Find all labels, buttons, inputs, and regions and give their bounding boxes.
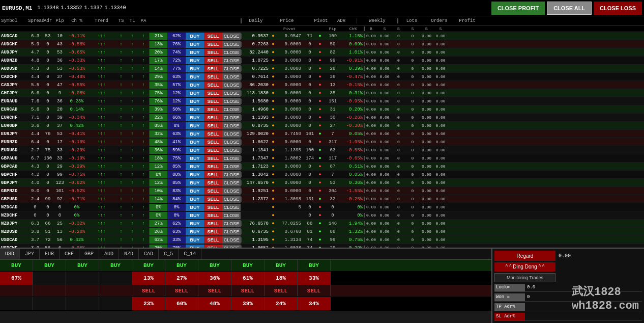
currency-tab-aud[interactable]: AUD: [99, 249, 119, 259]
sell-button[interactable]: SELL: [204, 179, 222, 186]
currency-tab-nzd[interactable]: NZD: [119, 249, 139, 259]
buy-button[interactable]: BUY: [186, 187, 204, 195]
buy-button[interactable]: BUY: [186, 212, 204, 219]
currency-tab-eur[interactable]: EUR: [40, 249, 60, 259]
buy-cell-0[interactable]: BUY: [0, 260, 33, 271]
buy-button[interactable]: BUY: [186, 82, 204, 89]
close-row-button[interactable]: CLOSE: [222, 106, 241, 113]
sell-button[interactable]: SELL: [204, 220, 222, 227]
currency-tab-cad[interactable]: CAD: [139, 249, 159, 259]
close-row-button[interactable]: CLOSE: [222, 163, 241, 170]
close-row-button[interactable]: CLOSE: [222, 139, 241, 146]
currency-tab-c_14[interactable]: C_14: [179, 249, 201, 259]
close-row-button[interactable]: CLOSE: [222, 179, 241, 186]
buy-button[interactable]: BUY: [186, 106, 204, 113]
currency-tab-gbp[interactable]: GBP: [79, 249, 99, 259]
buy-button[interactable]: BUY: [186, 90, 204, 97]
sell-button[interactable]: SELL: [204, 106, 222, 113]
sell-button[interactable]: SELL: [204, 204, 222, 211]
sell-button[interactable]: SELL: [204, 212, 222, 219]
buy-button[interactable]: BUY: [186, 228, 204, 235]
close-row-button[interactable]: CLOSE: [222, 57, 241, 64]
buy-button[interactable]: BUY: [186, 220, 204, 227]
sell-button[interactable]: SELL: [204, 147, 222, 154]
buy-cell-4[interactable]: BUY: [132, 260, 165, 271]
buy-button[interactable]: BUY: [186, 49, 204, 56]
currency-tab-usd[interactable]: USD: [0, 249, 20, 259]
buy-cell-9[interactable]: BUY: [298, 260, 331, 271]
buy-button[interactable]: BUY: [186, 147, 204, 154]
sell-button[interactable]: SELL: [204, 49, 222, 56]
close-row-button[interactable]: CLOSE: [222, 220, 241, 227]
close-row-button[interactable]: CLOSE: [222, 155, 241, 162]
buy-button[interactable]: BUY: [186, 236, 204, 244]
sell-button[interactable]: SELL: [204, 57, 222, 64]
close-row-button[interactable]: CLOSE: [222, 114, 241, 121]
sell-button[interactable]: SELL: [204, 73, 222, 80]
close-row-button[interactable]: CLOSE: [222, 228, 241, 235]
sell-cell-5[interactable]: SELL: [165, 285, 198, 296]
close-row-button[interactable]: CLOSE: [222, 90, 241, 97]
currency-tab-jpy[interactable]: JPY: [20, 249, 40, 259]
buy-button[interactable]: BUY: [186, 196, 204, 203]
close-row-button[interactable]: CLOSE: [222, 122, 241, 129]
buy-button[interactable]: BUY: [186, 204, 204, 211]
buy-button[interactable]: BUY: [186, 139, 204, 146]
close-row-button[interactable]: CLOSE: [222, 49, 241, 56]
close-row-button[interactable]: CLOSE: [222, 82, 241, 89]
ding-button[interactable]: ^ ^ Ding Dong ^ ^: [494, 262, 555, 272]
sell-button[interactable]: SELL: [204, 163, 222, 170]
buy-button[interactable]: BUY: [186, 130, 204, 138]
sell-cell-9[interactable]: SELL: [298, 285, 331, 296]
sell-button[interactable]: SELL: [204, 90, 222, 97]
buy-button[interactable]: BUY: [186, 114, 204, 121]
sell-button[interactable]: SELL: [204, 196, 222, 203]
sell-button[interactable]: SELL: [204, 82, 222, 89]
monitoring-button[interactable]: Monitoring Trades: [494, 273, 555, 282]
sell-cell-8[interactable]: SELL: [265, 285, 298, 296]
buy-cell-3[interactable]: BUY: [99, 260, 132, 271]
sell-button[interactable]: SELL: [204, 33, 222, 40]
close-row-button[interactable]: CLOSE: [222, 212, 241, 219]
sell-cell-7[interactable]: SELL: [231, 285, 265, 296]
currency-tab-c_5[interactable]: C_5: [159, 249, 179, 259]
sell-button[interactable]: SELL: [204, 41, 222, 48]
sell-button[interactable]: SELL: [204, 114, 222, 121]
buy-button[interactable]: BUY: [186, 179, 204, 186]
sell-cell-4[interactable]: SELL: [132, 285, 165, 296]
sell-button[interactable]: SELL: [204, 187, 222, 195]
sell-button[interactable]: SELL: [204, 155, 222, 162]
close-row-button[interactable]: CLOSE: [222, 236, 241, 244]
buy-cell-7[interactable]: BUY: [231, 260, 265, 271]
buy-button[interactable]: BUY: [186, 163, 204, 170]
buy-button[interactable]: BUY: [186, 41, 204, 48]
close-all-button[interactable]: CLOSE ALL: [547, 2, 592, 15]
close-row-button[interactable]: CLOSE: [222, 65, 241, 72]
sell-button[interactable]: SELL: [204, 98, 222, 105]
buy-button[interactable]: BUY: [186, 73, 204, 80]
buy-button[interactable]: BUY: [186, 155, 204, 162]
sell-button[interactable]: SELL: [204, 130, 222, 138]
buy-button[interactable]: BUY: [186, 171, 204, 178]
close-loss-button[interactable]: CLOSE LOSS: [594, 2, 642, 15]
sell-cell-6[interactable]: SELL: [198, 285, 231, 296]
sell-button[interactable]: SELL: [204, 139, 222, 146]
close-row-button[interactable]: CLOSE: [222, 187, 241, 195]
buy-cell-2[interactable]: BUY: [66, 260, 99, 271]
close-row-button[interactable]: CLOSE: [222, 98, 241, 105]
sell-button[interactable]: SELL: [204, 171, 222, 178]
close-row-button[interactable]: CLOSE: [222, 204, 241, 211]
regard-button[interactable]: Regard: [494, 251, 555, 261]
close-row-button[interactable]: CLOSE: [222, 130, 241, 138]
sell-button[interactable]: SELL: [204, 236, 222, 244]
buy-cell-8[interactable]: BUY: [265, 260, 298, 271]
buy-button[interactable]: BUY: [186, 122, 204, 129]
buy-cell-1[interactable]: BUY: [33, 260, 66, 271]
currency-tab-chf[interactable]: CHF: [60, 249, 79, 259]
close-row-button[interactable]: CLOSE: [222, 171, 241, 178]
close-row-button[interactable]: CLOSE: [222, 147, 241, 154]
sell-button[interactable]: SELL: [204, 228, 222, 235]
buy-cell-5[interactable]: BUY: [165, 260, 198, 271]
close-row-button[interactable]: CLOSE: [222, 196, 241, 203]
buy-cell-6[interactable]: BUY: [198, 260, 231, 271]
